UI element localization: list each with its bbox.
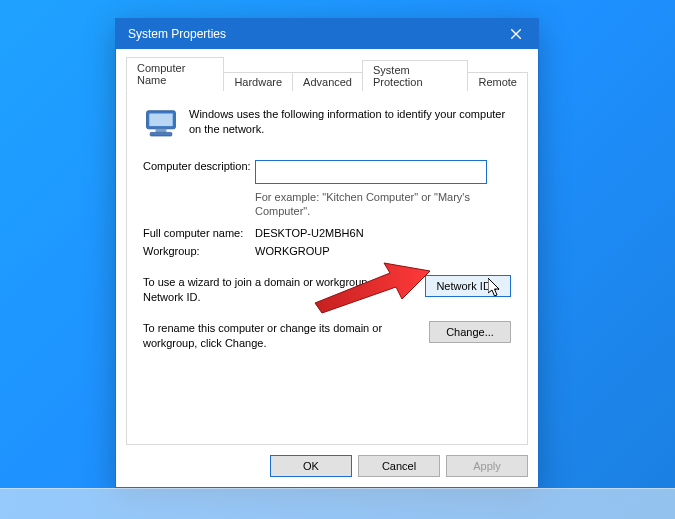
tab-advanced[interactable]: Advanced	[292, 72, 363, 91]
network-id-button[interactable]: Network ID...	[425, 275, 511, 297]
computer-icon	[143, 109, 179, 142]
tab-hardware[interactable]: Hardware	[223, 72, 293, 91]
cancel-button[interactable]: Cancel	[358, 455, 440, 477]
tabstrip: Computer Name Hardware Advanced System P…	[126, 57, 528, 91]
description-label: Computer description:	[143, 160, 255, 172]
fullname-label: Full computer name:	[143, 227, 255, 239]
change-message: To rename this computer or change its do…	[143, 321, 429, 351]
description-hint-row: For example: "Kitchen Computer" or "Mary…	[143, 190, 511, 220]
change-row: To rename this computer or change its do…	[143, 321, 511, 351]
fullname-row: Full computer name: DESKTOP-U2MBH6N	[143, 227, 511, 239]
desktop: System Properties Computer Name Hardware…	[0, 0, 675, 519]
description-input[interactable]	[255, 160, 487, 184]
tabpanel-computer-name: Windows uses the following information t…	[126, 90, 528, 445]
titlebar[interactable]: System Properties	[116, 19, 538, 49]
svg-rect-4	[156, 129, 167, 133]
workgroup-label: Workgroup:	[143, 245, 255, 257]
window-title: System Properties	[128, 27, 493, 41]
close-icon	[511, 29, 521, 39]
workgroup-row: Workgroup: WORKGROUP	[143, 245, 511, 257]
tab-system-protection[interactable]: System Protection	[362, 60, 468, 91]
intro-text: Windows uses the following information t…	[189, 107, 511, 137]
close-button[interactable]	[493, 19, 538, 49]
network-id-row: To use a wizard to join a domain or work…	[143, 275, 511, 305]
intro-row: Windows uses the following information t…	[143, 107, 511, 142]
ok-button[interactable]: OK	[270, 455, 352, 477]
system-properties-window: System Properties Computer Name Hardware…	[115, 18, 539, 488]
network-id-message: To use a wizard to join a domain or work…	[143, 275, 425, 305]
taskbar[interactable]	[0, 488, 675, 519]
change-button[interactable]: Change...	[429, 321, 511, 343]
svg-rect-5	[150, 132, 172, 136]
tab-computer-name[interactable]: Computer Name	[126, 57, 224, 91]
tab-remote[interactable]: Remote	[467, 72, 528, 91]
description-hint: For example: "Kitchen Computer" or "Mary…	[255, 190, 511, 220]
client-area: Computer Name Hardware Advanced System P…	[116, 49, 538, 487]
svg-rect-3	[149, 114, 172, 127]
workgroup-value: WORKGROUP	[255, 245, 511, 257]
apply-button[interactable]: Apply	[446, 455, 528, 477]
dialog-footer: OK Cancel Apply	[126, 445, 528, 477]
description-row: Computer description:	[143, 160, 511, 184]
fullname-value: DESKTOP-U2MBH6N	[255, 227, 511, 239]
